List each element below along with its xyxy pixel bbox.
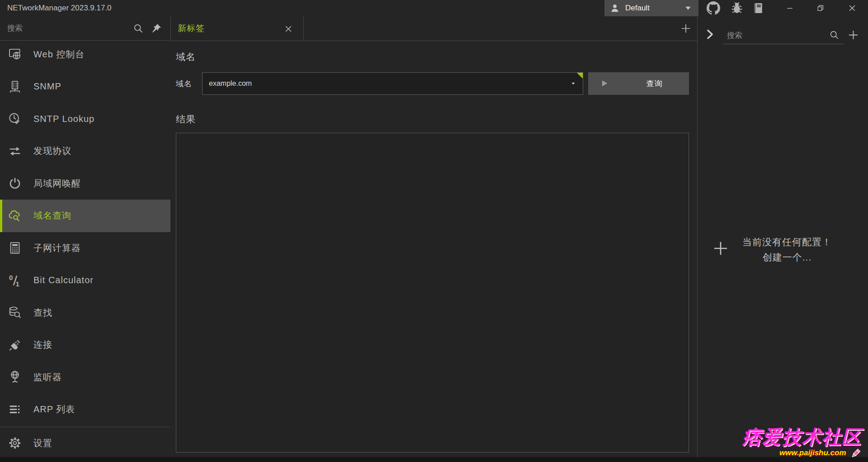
clock-check-icon [8,112,22,126]
tab-label: 新标签 [178,16,205,41]
sidebar-item-3[interactable]: 发现协议 [0,135,170,168]
watermark-title: 痞爱技术社区 [742,427,862,448]
sidebar-item-label: Bit Calculator [33,275,94,285]
domain-combobox-value: example.com [209,73,252,94]
sidebar-item-7[interactable]: 01Bit Calculator [0,264,170,297]
sidebar-item-5[interactable]: 域名查询 [0,200,170,232]
section-title-results: 结果 [176,113,196,126]
sidebar-item-label: Web 控制台 [33,48,85,61]
sidebar-item-8[interactable]: 查找 [0,296,170,329]
pin-icon[interactable] [151,23,162,34]
domain-field-label: 域名 [176,72,192,95]
sidebar-item-6[interactable]: 子网计算器 [0,232,170,264]
no-profiles-line2: 创建一个... [731,250,844,265]
query-button[interactable]: 查询 [588,72,689,95]
section-title-domain: 域名 [176,51,196,63]
sidebar-item-label: 设置 [33,437,52,449]
sidebar-search-placeholder: 搜索 [7,16,23,40]
svg-text:0: 0 [9,274,13,281]
watermark-url: www.paijishu.com [779,448,846,458]
sidebar-item-label: 监听器 [33,371,62,383]
chevron-down-icon[interactable] [570,80,576,87]
divider [170,41,697,41]
sidebar-item-10[interactable]: 监听器 [0,361,170,393]
add-profile-button[interactable] [847,29,859,41]
arrows-swap-icon [8,145,22,158]
sidebar-item-label: 局域网唤醒 [33,177,81,190]
create-profile-plus-icon[interactable] [712,239,730,257]
gear-icon [8,436,22,450]
bug-icon[interactable] [730,1,744,15]
server-icon [8,80,22,93]
domain-combobox[interactable]: example.com [202,72,583,95]
sidebar-item-label: ARP 列表 [33,403,75,415]
sidebar-item-2[interactable]: SNTP Lookup [0,103,170,135]
window-title: NETworkManager 2023.9.17.0 [7,0,112,16]
plus-icon [680,23,692,34]
globe-stand-icon [8,370,22,384]
sidebar-item-settings[interactable]: 设置 [0,428,170,458]
sidebar-search[interactable]: 搜索 [0,16,170,41]
sidebar-item-4[interactable]: 局域网唤醒 [0,167,170,200]
db-search-icon [8,306,22,319]
profile-dropdown[interactable]: Default [604,0,698,16]
sidebar-item-label: SNTP Lookup [33,114,94,124]
search-icon[interactable] [133,23,144,34]
profiles-search-placeholder[interactable]: 搜索 [727,27,742,43]
github-icon[interactable] [707,1,720,15]
minimize-icon [785,4,794,13]
person-icon [610,3,620,13]
profile-name: Default [625,4,650,13]
sidebar-item-label: 子网计算器 [33,242,81,254]
sidebar-item-0[interactable]: Web 控制台 [0,38,170,70]
restore-icon [816,4,825,13]
tab-close-icon[interactable] [284,24,293,33]
cloud-search-icon [8,209,22,223]
sidebar-item-11[interactable]: ARP 列表 [0,393,170,426]
divider [697,16,698,458]
sidebar-item-label: SNMP [33,81,61,92]
web-console-icon [8,47,22,61]
chevron-right-icon[interactable] [703,28,716,41]
list-icon [8,403,22,416]
minimize-button[interactable] [780,0,800,16]
divider [723,44,844,44]
docs-icon[interactable] [752,1,764,15]
new-tab-button[interactable] [678,20,694,37]
restore-button[interactable] [811,0,830,16]
watermark: 痞爱技术社区 www.paijishu.com [742,427,862,458]
tab-dns-lookup[interactable]: 新标签 [170,16,304,41]
no-profiles-line1: 当前没有任何配置！ [731,234,844,250]
calculator-icon [8,241,22,255]
query-button-label: 查询 [620,72,689,95]
sidebar-item-9[interactable]: 连接 [0,329,170,361]
window-bottom-edge [0,457,868,462]
sidebar-item-1[interactable]: SNMP [0,70,170,103]
title-bar: NETworkManager 2023.9.17.0 Default [0,0,868,16]
valid-input-indicator [577,73,583,79]
svg-text:1: 1 [16,280,19,287]
close-button[interactable] [842,0,862,16]
results-area [176,133,689,453]
power-icon [8,177,22,190]
play-icon [600,79,609,88]
sidebar-item-label: 连接 [33,339,52,351]
sidebar-divider [0,427,170,427]
sidebar-item-label: 查找 [33,307,52,319]
close-icon [848,4,857,13]
plug-icon [8,338,22,352]
sidebar-item-label: 发现协议 [33,145,71,157]
chevron-down-icon [683,3,693,13]
no-profiles-message: 当前没有任何配置！ 创建一个... [731,234,844,265]
binary-icon: 01 [8,274,22,287]
networkmanager-window: NETworkManager 2023.9.17.0 Default 搜索 We… [0,0,868,462]
sidebar-item-label: 域名查询 [33,210,71,222]
search-icon[interactable] [829,30,840,40]
